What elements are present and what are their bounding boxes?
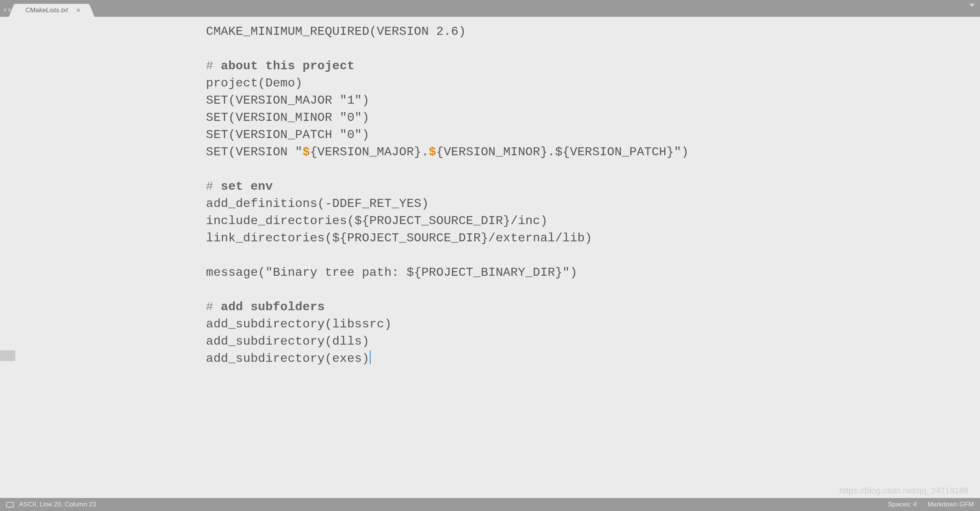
code-line: link_directories(${PROJECT_SOURCE_DIR}/e… [206,231,592,245]
code-line: SET(VERSION_MINOR "0") [206,111,369,125]
comment-hash: # [206,300,221,314]
minimap[interactable] [965,21,973,97]
code-line: SET(VERSION_PATCH "0") [206,128,369,142]
console-icon[interactable] [6,502,14,508]
comment-text: add subfolders [221,300,325,314]
code-line: SET(VERSION " [206,145,302,159]
gutter [0,17,19,498]
text-cursor [370,350,371,364]
code-line: include_directories(${PROJECT_SOURCE_DIR… [206,214,548,228]
watermark-text: https://blog.csdn.net/qq_34719188 [839,486,969,496]
code-line: SET(VERSION_MAJOR "1") [206,93,369,107]
status-indent[interactable]: Spaces: 4 [888,501,917,508]
var-dollar: $ [302,145,310,159]
comment-text: set env [221,179,273,194]
status-syntax[interactable]: Markdown GFM [928,501,974,508]
code-line: {VERSION_MAJOR}. [310,145,429,159]
tab-title: CMakeLists.txt [25,7,68,14]
file-tab[interactable]: CMakeLists.txt × [16,4,87,17]
nav-back-icon[interactable] [3,8,6,12]
comment-text: about this project [221,59,354,73]
close-icon[interactable]: × [76,7,80,14]
code-line: {VERSION_MINOR}.${VERSION_PATCH}") [436,145,689,159]
var-dollar: $ [429,145,436,159]
comment-hash: # [206,59,221,73]
code-line: add_subdirectory(dlls) [206,334,369,348]
title-bar: CMakeLists.txt × [0,0,980,17]
code-line: add_subdirectory(exes) [206,352,369,366]
gutter-marker [0,350,15,361]
tabs-dropdown-icon[interactable] [969,4,975,7]
comment-hash: # [206,179,221,194]
code-content[interactable]: CMAKE_MINIMUM_REQUIRED(VERSION 2.6) # ab… [206,23,689,367]
code-line: message("Binary tree path: ${PROJECT_BIN… [206,265,577,280]
code-line: project(Demo) [206,76,302,90]
code-line: add_subdirectory(libssrc) [206,317,392,331]
code-line: CMAKE_MINIMUM_REQUIRED(VERSION 2.6) [206,24,466,39]
status-bar: ASCII, Line 20, Column 23 Spaces: 4 Mark… [0,498,980,511]
code-line: add_definitions(-DDEF_RET_YES) [206,197,429,211]
editor-area[interactable]: CMAKE_MINIMUM_REQUIRED(VERSION 2.6) # ab… [0,17,980,498]
status-position[interactable]: ASCII, Line 20, Column 23 [19,501,96,508]
